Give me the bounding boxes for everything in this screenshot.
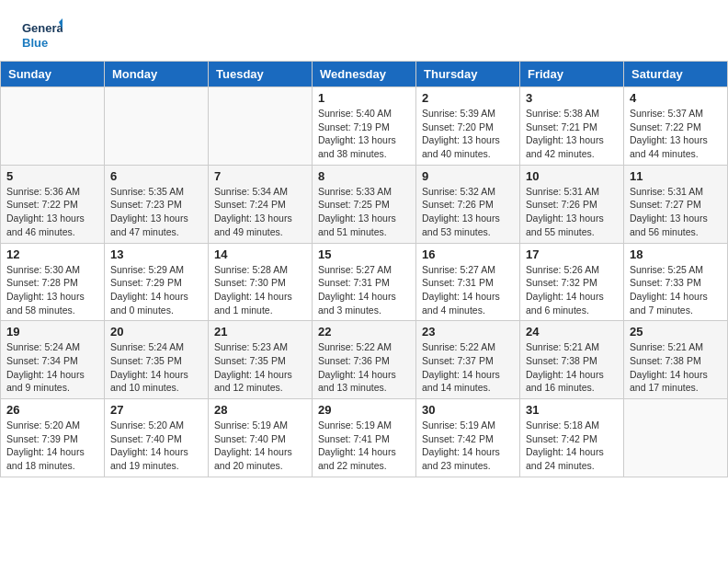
- logo-svg: General Blue: [22, 17, 63, 52]
- day-number: 20: [110, 325, 202, 339]
- day-number: 1: [318, 91, 410, 105]
- day-info: Sunrise: 5:23 AM Sunset: 7:35 PM Dayligh…: [214, 340, 306, 395]
- day-info: Sunrise: 5:24 AM Sunset: 7:35 PM Dayligh…: [110, 340, 202, 395]
- day-number: 23: [422, 325, 514, 339]
- day-cell: [624, 399, 728, 477]
- day-number: 15: [318, 247, 410, 261]
- day-cell: 25Sunrise: 5:21 AM Sunset: 7:38 PM Dayli…: [624, 321, 728, 399]
- day-cell: 29Sunrise: 5:19 AM Sunset: 7:41 PM Dayli…: [313, 399, 416, 477]
- day-number: 25: [630, 325, 722, 339]
- day-info: Sunrise: 5:20 AM Sunset: 7:40 PM Dayligh…: [110, 419, 202, 473]
- day-cell: [105, 87, 209, 166]
- day-info: Sunrise: 5:40 AM Sunset: 7:19 PM Dayligh…: [318, 107, 410, 161]
- week-row-3: 19Sunrise: 5:24 AM Sunset: 7:34 PM Dayli…: [1, 321, 728, 399]
- header-cell-monday: Monday: [105, 62, 209, 87]
- calendar-header: SundayMondayTuesdayWednesdayThursdayFrid…: [1, 62, 728, 87]
- week-row-1: 5Sunrise: 5:36 AM Sunset: 7:22 PM Daylig…: [1, 165, 728, 243]
- day-cell: 27Sunrise: 5:20 AM Sunset: 7:40 PM Dayli…: [105, 399, 209, 477]
- day-cell: 17Sunrise: 5:26 AM Sunset: 7:32 PM Dayli…: [520, 243, 624, 321]
- day-info: Sunrise: 5:29 AM Sunset: 7:29 PM Dayligh…: [110, 263, 202, 317]
- day-number: 5: [6, 169, 98, 183]
- day-info: Sunrise: 5:33 AM Sunset: 7:25 PM Dayligh…: [318, 185, 410, 239]
- day-number: 12: [6, 247, 98, 261]
- day-number: 18: [630, 247, 722, 261]
- day-cell: 11Sunrise: 5:31 AM Sunset: 7:27 PM Dayli…: [624, 165, 728, 243]
- day-cell: 18Sunrise: 5:25 AM Sunset: 7:33 PM Dayli…: [624, 243, 728, 321]
- day-cell: 8Sunrise: 5:33 AM Sunset: 7:25 PM Daylig…: [313, 165, 416, 243]
- day-number: 13: [110, 247, 202, 261]
- day-number: 11: [630, 169, 722, 183]
- day-info: Sunrise: 5:18 AM Sunset: 7:42 PM Dayligh…: [526, 419, 618, 473]
- week-row-0: 1Sunrise: 5:40 AM Sunset: 7:19 PM Daylig…: [1, 87, 728, 166]
- day-cell: 14Sunrise: 5:28 AM Sunset: 7:30 PM Dayli…: [209, 243, 313, 321]
- day-number: 22: [318, 325, 410, 339]
- day-number: 3: [526, 91, 618, 105]
- day-number: 4: [630, 91, 722, 105]
- day-cell: 31Sunrise: 5:18 AM Sunset: 7:42 PM Dayli…: [520, 399, 624, 477]
- day-cell: 20Sunrise: 5:24 AM Sunset: 7:35 PM Dayli…: [105, 321, 209, 399]
- day-number: 10: [526, 169, 618, 183]
- day-number: 28: [214, 403, 306, 417]
- header: General Blue: [0, 0, 728, 61]
- day-info: Sunrise: 5:20 AM Sunset: 7:39 PM Dayligh…: [6, 419, 98, 473]
- day-info: Sunrise: 5:25 AM Sunset: 7:33 PM Dayligh…: [630, 263, 722, 317]
- day-cell: 12Sunrise: 5:30 AM Sunset: 7:28 PM Dayli…: [1, 243, 105, 321]
- header-cell-saturday: Saturday: [624, 62, 728, 87]
- day-number: 24: [526, 325, 618, 339]
- day-cell: 26Sunrise: 5:20 AM Sunset: 7:39 PM Dayli…: [1, 399, 105, 477]
- week-row-4: 26Sunrise: 5:20 AM Sunset: 7:39 PM Dayli…: [1, 399, 728, 477]
- header-cell-thursday: Thursday: [416, 62, 520, 87]
- calendar-body: 1Sunrise: 5:40 AM Sunset: 7:19 PM Daylig…: [1, 87, 728, 477]
- day-cell: 3Sunrise: 5:38 AM Sunset: 7:21 PM Daylig…: [520, 87, 624, 166]
- day-info: Sunrise: 5:32 AM Sunset: 7:26 PM Dayligh…: [422, 185, 514, 239]
- svg-text:General: General: [22, 21, 63, 35]
- day-info: Sunrise: 5:31 AM Sunset: 7:26 PM Dayligh…: [526, 185, 618, 239]
- day-cell: 22Sunrise: 5:22 AM Sunset: 7:36 PM Dayli…: [313, 321, 416, 399]
- day-info: Sunrise: 5:31 AM Sunset: 7:27 PM Dayligh…: [630, 185, 722, 239]
- day-number: 7: [214, 169, 306, 183]
- day-info: Sunrise: 5:21 AM Sunset: 7:38 PM Dayligh…: [526, 340, 618, 395]
- day-cell: 16Sunrise: 5:27 AM Sunset: 7:31 PM Dayli…: [416, 243, 520, 321]
- day-number: 29: [318, 403, 410, 417]
- day-info: Sunrise: 5:24 AM Sunset: 7:34 PM Dayligh…: [6, 340, 98, 395]
- day-info: Sunrise: 5:19 AM Sunset: 7:41 PM Dayligh…: [318, 419, 410, 473]
- header-cell-sunday: Sunday: [1, 62, 105, 87]
- svg-text:Blue: Blue: [22, 36, 48, 50]
- calendar-table: SundayMondayTuesdayWednesdayThursdayFrid…: [0, 61, 728, 477]
- day-info: Sunrise: 5:26 AM Sunset: 7:32 PM Dayligh…: [526, 263, 618, 317]
- day-cell: 1Sunrise: 5:40 AM Sunset: 7:19 PM Daylig…: [313, 87, 416, 166]
- day-number: 31: [526, 403, 618, 417]
- day-info: Sunrise: 5:39 AM Sunset: 7:20 PM Dayligh…: [422, 107, 514, 161]
- day-cell: 5Sunrise: 5:36 AM Sunset: 7:22 PM Daylig…: [1, 165, 105, 243]
- day-cell: 10Sunrise: 5:31 AM Sunset: 7:26 PM Dayli…: [520, 165, 624, 243]
- day-number: 16: [422, 247, 514, 261]
- day-info: Sunrise: 5:19 AM Sunset: 7:40 PM Dayligh…: [214, 419, 306, 473]
- day-info: Sunrise: 5:27 AM Sunset: 7:31 PM Dayligh…: [318, 263, 410, 317]
- header-cell-tuesday: Tuesday: [209, 62, 313, 87]
- day-cell: 28Sunrise: 5:19 AM Sunset: 7:40 PM Dayli…: [209, 399, 313, 477]
- day-number: 9: [422, 169, 514, 183]
- day-cell: 19Sunrise: 5:24 AM Sunset: 7:34 PM Dayli…: [1, 321, 105, 399]
- day-number: 30: [422, 403, 514, 417]
- day-cell: 24Sunrise: 5:21 AM Sunset: 7:38 PM Dayli…: [520, 321, 624, 399]
- day-cell: 30Sunrise: 5:19 AM Sunset: 7:42 PM Dayli…: [416, 399, 520, 477]
- day-info: Sunrise: 5:28 AM Sunset: 7:30 PM Dayligh…: [214, 263, 306, 317]
- day-number: 27: [110, 403, 202, 417]
- day-cell: [209, 87, 313, 166]
- day-number: 2: [422, 91, 514, 105]
- day-info: Sunrise: 5:35 AM Sunset: 7:23 PM Dayligh…: [110, 185, 202, 239]
- day-info: Sunrise: 5:22 AM Sunset: 7:36 PM Dayligh…: [318, 340, 410, 395]
- day-cell: 21Sunrise: 5:23 AM Sunset: 7:35 PM Dayli…: [209, 321, 313, 399]
- day-info: Sunrise: 5:21 AM Sunset: 7:38 PM Dayligh…: [630, 340, 722, 395]
- day-info: Sunrise: 5:37 AM Sunset: 7:22 PM Dayligh…: [630, 107, 722, 161]
- day-number: 8: [318, 169, 410, 183]
- day-info: Sunrise: 5:36 AM Sunset: 7:22 PM Dayligh…: [6, 185, 98, 239]
- day-cell: 7Sunrise: 5:34 AM Sunset: 7:24 PM Daylig…: [209, 165, 313, 243]
- day-info: Sunrise: 5:19 AM Sunset: 7:42 PM Dayligh…: [422, 419, 514, 473]
- day-number: 21: [214, 325, 306, 339]
- day-number: 19: [6, 325, 98, 339]
- day-info: Sunrise: 5:34 AM Sunset: 7:24 PM Dayligh…: [214, 185, 306, 239]
- day-cell: 6Sunrise: 5:35 AM Sunset: 7:23 PM Daylig…: [105, 165, 209, 243]
- logo: General Blue: [22, 17, 63, 52]
- day-number: 6: [110, 169, 202, 183]
